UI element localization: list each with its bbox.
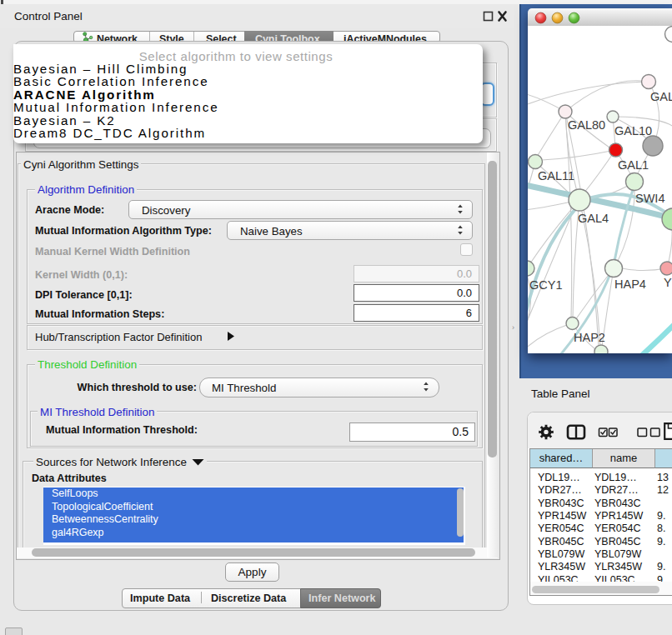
svg-text:GAL80: GAL80	[568, 118, 605, 132]
svg-text:SWI4: SWI4	[635, 192, 664, 205]
svg-text:HAP4: HAP4	[614, 278, 646, 291]
svg-text:GAL10: GAL10	[614, 124, 652, 138]
svg-text:GAL1: GAL1	[618, 158, 649, 172]
svg-text:GAL4: GAL4	[578, 212, 609, 225]
svg-text:Y: Y	[664, 276, 672, 289]
svg-text:GCY1: GCY1	[529, 278, 563, 292]
svg-text:GAL7: GAL7	[650, 90, 672, 103]
svg-text:HAP2: HAP2	[574, 331, 605, 344]
svg-text:GAL11: GAL11	[538, 169, 574, 182]
